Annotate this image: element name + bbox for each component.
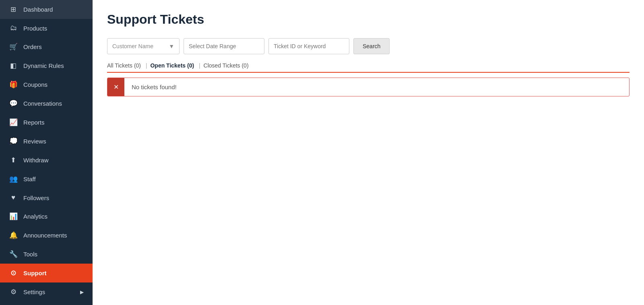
staff-icon: 👥 (9, 175, 18, 183)
sidebar-item-label-reports: Reports (23, 119, 45, 126)
main-content: Support Tickets Customer Name ▼ Search A… (93, 0, 644, 305)
sidebar-item-tools[interactable]: 🔧Tools (0, 245, 93, 264)
conversations-icon: 💬 (9, 99, 18, 108)
sidebar-item-staff[interactable]: 👥Staff (0, 170, 93, 188)
sidebar: ⊞Dashboard🗂Products🛒Orders◧Dynamic Rules… (0, 0, 93, 305)
sidebar-item-dashboard[interactable]: ⊞Dashboard (0, 0, 93, 19)
coupons-icon: 🎁 (9, 80, 18, 89)
settings-arrow-icon: ▶ (80, 289, 84, 295)
sidebar-item-label-settings: Settings (23, 289, 45, 295)
sidebar-item-label-withdraw: Withdraw (23, 157, 49, 164)
products-icon: 🗂 (9, 24, 18, 32)
chevron-down-icon: ▼ (169, 43, 174, 49)
announcements-icon: 🔔 (9, 231, 18, 239)
sidebar-item-label-dynamic-rules: Dynamic Rules (23, 62, 64, 69)
support-icon: ⊙ (9, 269, 18, 277)
alert-message: No tickets found! (124, 78, 184, 96)
sidebar-item-label-coupons: Coupons (23, 81, 47, 88)
customer-name-filter[interactable]: Customer Name ▼ (107, 38, 180, 54)
sidebar-item-label-followers: Followers (23, 194, 49, 201)
sidebar-item-label-conversations: Conversations (23, 100, 62, 107)
dashboard-icon: ⊞ (9, 5, 18, 14)
sidebar-item-label-dashboard: Dashboard (23, 6, 53, 13)
sidebar-item-dynamic-rules[interactable]: ◧Dynamic Rules (0, 56, 93, 75)
followers-icon: ♥ (9, 194, 18, 202)
alert-icon: ✕ (107, 78, 124, 96)
sidebar-item-followers[interactable]: ♥Followers (0, 188, 93, 207)
tab-open-tickets[interactable]: Open Tickets (0) (150, 62, 194, 69)
sidebar-item-analytics[interactable]: 📊Analytics (0, 207, 93, 226)
settings-icon: ⚙ (9, 288, 18, 296)
sidebar-item-reports[interactable]: 📈Reports (0, 113, 93, 132)
sidebar-item-coupons[interactable]: 🎁Coupons (0, 75, 93, 94)
filter-row: Customer Name ▼ Search (107, 38, 630, 54)
sidebar-item-withdraw[interactable]: ⬆Withdraw (0, 151, 93, 170)
sidebar-item-settings[interactable]: ⚙Settings▶ (0, 282, 93, 301)
sidebar-item-products[interactable]: 🗂Products (0, 19, 93, 37)
search-button[interactable]: Search (353, 38, 390, 54)
sidebar-item-reviews[interactable]: 💭Reviews (0, 132, 93, 151)
sidebar-item-orders[interactable]: 🛒Orders (0, 37, 93, 56)
orders-icon: 🛒 (9, 43, 18, 51)
sidebar-item-label-tools: Tools (23, 251, 37, 258)
sidebar-item-label-staff: Staff (23, 176, 36, 182)
tab-separator-1: | (146, 62, 147, 69)
tab-all-tickets[interactable]: All Tickets (0) (107, 62, 141, 69)
withdraw-icon: ⬆ (9, 156, 18, 164)
reviews-icon: 💭 (9, 137, 18, 145)
sidebar-item-label-analytics: Analytics (23, 213, 47, 220)
tab-closed-tickets[interactable]: Closed Tickets (0) (204, 62, 249, 69)
tools-icon: 🔧 (9, 250, 18, 258)
no-tickets-alert: ✕ No tickets found! (107, 78, 630, 96)
sidebar-item-label-support: Support (23, 270, 47, 276)
ticket-tabs: All Tickets (0) | Open Tickets (0) | Clo… (107, 62, 630, 73)
sidebar-item-announcements[interactable]: 🔔Announcements (0, 226, 93, 245)
sidebar-item-label-announcements: Announcements (23, 232, 67, 239)
sidebar-item-support[interactable]: ⊙Support (0, 264, 93, 282)
date-range-input[interactable] (184, 38, 264, 54)
sidebar-item-label-products: Products (23, 25, 47, 32)
analytics-icon: 📊 (9, 212, 18, 221)
sidebar-item-label-orders: Orders (23, 43, 42, 50)
page-title: Support Tickets (107, 12, 630, 27)
reports-icon: 📈 (9, 118, 18, 127)
sidebar-item-label-reviews: Reviews (23, 138, 46, 145)
customer-name-select[interactable]: Customer Name (112, 43, 165, 49)
dynamic-rules-icon: ◧ (9, 61, 18, 70)
sidebar-item-conversations[interactable]: 💬Conversations (0, 94, 93, 113)
tab-separator-2: | (199, 62, 200, 69)
keyword-input[interactable] (268, 38, 349, 54)
